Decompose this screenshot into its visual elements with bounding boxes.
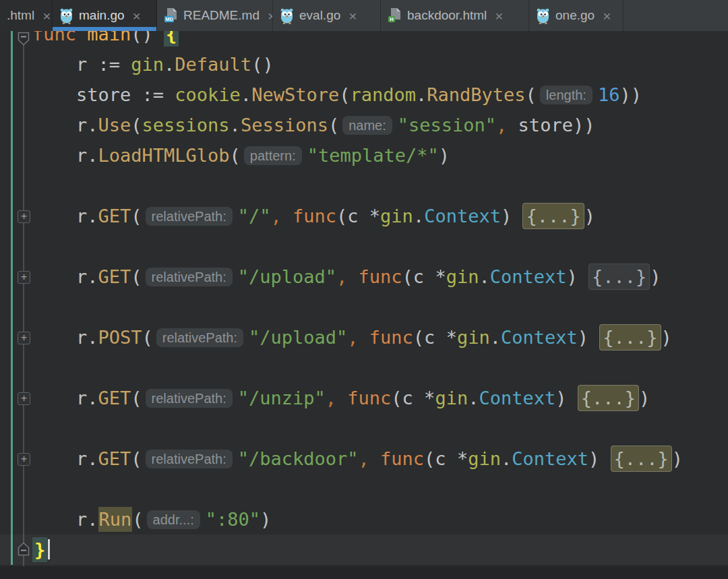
code-token: .: [468, 388, 479, 408]
ide-window: .html×main.go×MDREADME.md×eval.go×Hbackd…: [0, 0, 728, 579]
code-line[interactable]: +r.GET(relativePath:"/backdoor", func(c …: [0, 444, 728, 474]
code-token: (: [131, 448, 142, 469]
code-token: r.: [76, 448, 98, 469]
code-line[interactable]: +r.GET(relativePath:"/upload", func(c *g…: [0, 262, 728, 292]
code-line[interactable]: +r.GET(relativePath:"/unzip", func(c *gi…: [0, 383, 728, 413]
code-line[interactable]: [0, 474, 728, 504]
type-name: Context: [490, 266, 567, 287]
parameter-hint: length:: [540, 86, 593, 104]
code-text: r.GET(relativePath:"/backdoor", func(c *…: [76, 444, 683, 474]
tab-README-md[interactable]: MDREADME.md×: [157, 0, 273, 31]
code-line[interactable]: [0, 171, 728, 201]
svg-text:H: H: [390, 16, 393, 22]
code-line[interactable]: r.Use(sessions.Sessions(name:"session", …: [0, 110, 728, 140]
keyword: func: [359, 266, 402, 287]
code-token: r.: [76, 509, 98, 530]
close-icon[interactable]: ×: [268, 9, 273, 23]
close-icon[interactable]: ×: [348, 9, 357, 23]
keyword: func: [347, 388, 391, 408]
function-call: RandBytes: [427, 84, 525, 105]
code-token: (: [142, 327, 153, 348]
code-token: .: [479, 266, 489, 287]
tab-main-go[interactable]: main.go×: [53, 0, 157, 31]
folded-code-chip-highlighted[interactable]: {...}: [522, 203, 584, 229]
code-line[interactable]: }: [0, 535, 728, 565]
tab-html[interactable]: .html×: [0, 0, 53, 31]
code-line[interactable]: [0, 413, 728, 444]
code-editor[interactable]: func main() {r := gin.Default()store := …: [0, 31, 728, 566]
function-call: POST: [98, 327, 142, 348]
code-text: store := cookie.NewStore(random.RandByte…: [76, 80, 642, 110]
code-token: (: [328, 115, 339, 135]
package-name: cookie: [175, 84, 241, 105]
code-token: ): [588, 448, 611, 469]
code-line[interactable]: +r.POST(relativePath:"/upload", func(c *…: [0, 322, 728, 353]
keyword: func: [369, 327, 413, 348]
code-token: ): [672, 448, 683, 469]
package-name: gin: [131, 54, 164, 75]
code-text: func main() {: [32, 31, 179, 49]
code-text: r.GET(relativePath:"/upload", func(c *gi…: [76, 262, 661, 292]
close-icon[interactable]: ×: [42, 9, 51, 23]
function-call: GET: [98, 266, 131, 287]
code-token: r.: [76, 388, 98, 408]
fold-end-icon[interactable]: [16, 541, 31, 557]
code-token: .: [164, 54, 175, 75]
fold-expand-icon[interactable]: +: [18, 271, 30, 284]
fold-expand-icon[interactable]: +: [18, 392, 30, 405]
code-text: r.Run(addr...:":80"): [76, 504, 271, 535]
folded-code-chip-highlighted[interactable]: {...}: [611, 446, 672, 472]
close-icon[interactable]: ×: [603, 9, 611, 23]
fold-start-icon[interactable]: [16, 31, 31, 47]
folded-code-chip-highlighted[interactable]: {...}: [599, 324, 661, 351]
string-literal: "template/*": [307, 145, 439, 166]
string-literal: "/backdoor": [238, 448, 359, 469]
fold-expand-icon[interactable]: +: [18, 453, 30, 466]
string-literal: "/upload": [249, 327, 347, 348]
close-icon[interactable]: ×: [495, 9, 503, 23]
package-name: gin: [380, 206, 413, 226]
code-token: )): [619, 84, 642, 105]
markdown-file-icon: MD: [164, 7, 178, 24]
code-line[interactable]: r := gin.Default(): [0, 49, 728, 80]
code-token: ,: [347, 327, 358, 348]
code-token: (c *: [402, 266, 446, 287]
code-line[interactable]: store := cookie.NewStore(random.RandByte…: [0, 80, 728, 110]
code-line[interactable]: func main() {: [0, 31, 728, 49]
string-literal: "/upload": [238, 266, 336, 287]
code-token: store)): [507, 115, 595, 135]
tab-label: eval.go: [299, 8, 340, 23]
code-token: store :=: [76, 84, 175, 105]
code-token: [369, 448, 380, 469]
matched-brace: }: [32, 537, 47, 562]
code-line[interactable]: [0, 292, 728, 322]
code-token: .: [490, 327, 501, 348]
fold-expand-icon[interactable]: +: [18, 332, 30, 344]
fold-expand-icon[interactable]: +: [18, 210, 30, 223]
code-line[interactable]: [0, 231, 728, 262]
code-line[interactable]: +r.GET(relativePath:"/", func(c *gin.Con…: [0, 201, 728, 231]
code-line[interactable]: [0, 353, 728, 383]
code-token: ,: [359, 448, 369, 469]
package-name: sessions: [142, 115, 230, 135]
package-name: gin: [435, 388, 468, 408]
function-call: NewStore: [251, 84, 339, 105]
code-line[interactable]: r.LoadHTMLGlob(pattern:"template/*"): [0, 140, 728, 171]
keyword: func: [293, 206, 336, 226]
close-icon[interactable]: ×: [133, 9, 141, 23]
code-token: .: [501, 448, 512, 469]
string-literal: ":80": [206, 509, 260, 530]
html-file-icon: H: [388, 7, 402, 24]
tab-backdoor-html[interactable]: Hbackdoor.html×: [381, 0, 529, 31]
parameter-hint: pattern:: [244, 146, 302, 165]
code-line[interactable]: r.Run(addr...:":80"): [0, 504, 728, 535]
parameter-hint: relativePath:: [156, 328, 243, 347]
tab-one-go[interactable]: one.go×: [529, 0, 624, 31]
folded-code-chip[interactable]: {...}: [588, 264, 650, 290]
code-token: r.: [76, 327, 98, 348]
code-token: ): [566, 266, 588, 287]
code-token: r.: [76, 206, 98, 226]
code-token: (c *: [424, 448, 468, 469]
folded-code-chip-highlighted[interactable]: {...}: [578, 385, 639, 411]
tab-eval-go[interactable]: eval.go×: [273, 0, 381, 31]
